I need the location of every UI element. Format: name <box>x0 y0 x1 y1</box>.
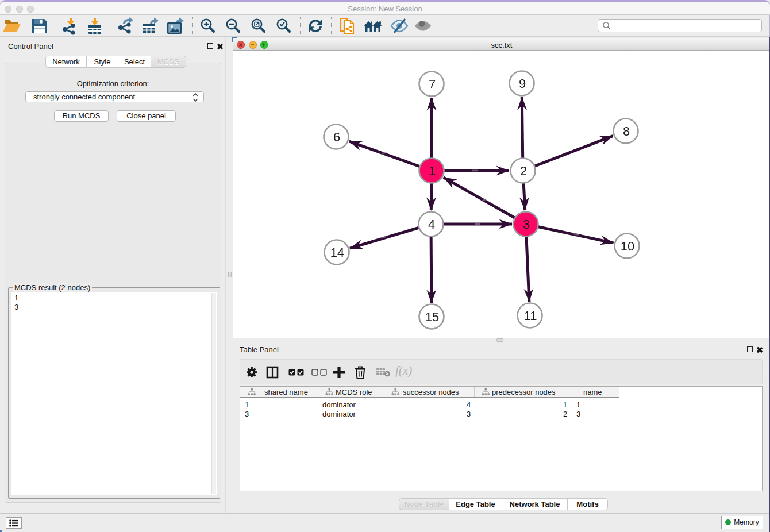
svg-text:7: 7 <box>429 77 436 91</box>
svg-text:2: 2 <box>520 164 527 178</box>
svg-text:11: 11 <box>524 309 537 323</box>
svg-text:15: 15 <box>425 310 439 324</box>
svg-text:6: 6 <box>333 130 340 144</box>
svg-text:10: 10 <box>621 239 634 253</box>
svg-text:9: 9 <box>519 76 526 91</box>
svg-text:8: 8 <box>623 124 630 138</box>
svg-text:1: 1 <box>429 164 436 178</box>
svg-text:4: 4 <box>428 217 435 232</box>
svg-text:3: 3 <box>523 217 530 232</box>
svg-text:14: 14 <box>330 245 344 260</box>
